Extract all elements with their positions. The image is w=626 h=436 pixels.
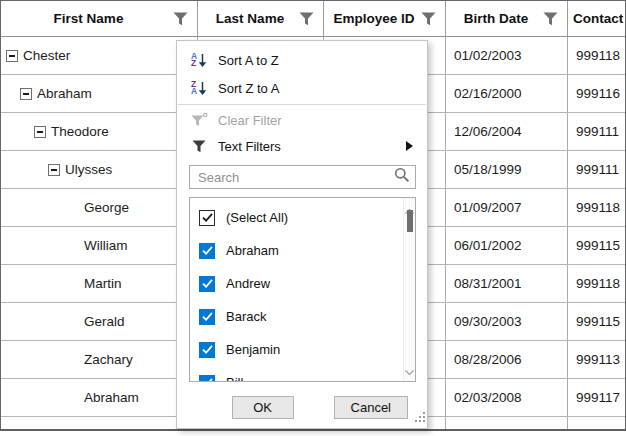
contact-cell[interactable]: 999113 [568, 341, 625, 378]
tree-indent [1, 169, 48, 170]
checkbox-label[interactable]: Benjamin [226, 342, 280, 357]
birth-date-cell[interactable]: 09/30/2003 [446, 303, 568, 340]
tree-indent [1, 131, 34, 132]
menu-item-clear-filter[interactable]: Clear Filter [177, 107, 427, 133]
contact-cell[interactable]: 999118 [568, 265, 625, 302]
first-name-cell[interactable]: Abraham [1, 379, 198, 416]
checkbox[interactable] [199, 243, 215, 259]
menu-item-label: Sort Z to A [218, 81, 279, 96]
contact-cell[interactable]: 999118 [568, 189, 625, 226]
checkbox-label[interactable]: Andrew [226, 276, 270, 291]
tree-indent [1, 245, 79, 246]
filter-list-item[interactable]: Andrew [190, 267, 415, 300]
filter-value-items: (Select All) Abraham Andrew Barack Benja… [190, 198, 415, 382]
cancel-button[interactable]: Cancel [334, 396, 408, 419]
filter-icon[interactable] [421, 12, 436, 26]
first-name-text: Gerald [84, 314, 125, 329]
first-name-cell[interactable]: Chester [1, 37, 198, 74]
collapse-icon[interactable] [6, 50, 18, 62]
search-input[interactable] [190, 170, 394, 185]
menu-item-label: Text Filters [218, 139, 281, 154]
birth-date-cell[interactable]: 06/01/2002 [446, 227, 568, 264]
list-scrollbar[interactable] [403, 198, 415, 381]
sort-a-to-z-icon: AZ [187, 53, 211, 68]
checkbox[interactable] [199, 375, 215, 383]
filter-list-item[interactable]: Abraham [190, 234, 415, 267]
checkbox[interactable] [199, 276, 215, 292]
menu-item-sort-z-to-a[interactable]: ZA Sort Z to A [177, 74, 427, 102]
column-header[interactable]: First Name [1, 1, 198, 36]
birth-date-cell[interactable]: 08/28/2006 [446, 341, 568, 378]
menu-item-sort-a-to-z[interactable]: AZ Sort A to Z [177, 46, 427, 74]
contact-cell[interactable]: 999118 [568, 37, 625, 74]
filter-icon[interactable] [299, 12, 314, 26]
column-header[interactable]: Birth Date [446, 1, 568, 36]
first-name-cell[interactable]: George [1, 189, 198, 226]
filter-list-item[interactable]: Bill [190, 366, 415, 382]
column-label: Last Name [203, 11, 297, 26]
contact-cell[interactable]: 999117 [568, 379, 625, 416]
checkbox-label[interactable]: Barack [226, 309, 266, 324]
search-icon [394, 167, 410, 187]
tree-indent [1, 321, 79, 322]
contact-cell[interactable]: 999111 [568, 151, 625, 188]
first-name-text: Theodore [51, 124, 109, 139]
menu-item-label: Sort A to Z [218, 53, 279, 68]
column-header[interactable]: Contact [568, 1, 625, 36]
birth-date-cell[interactable]: 01/09/2007 [446, 189, 568, 226]
first-name-cell[interactable]: Zachary [1, 341, 198, 378]
contact-cell[interactable]: 999115 [568, 227, 625, 264]
popup-button-row: OK Cancel [177, 396, 408, 419]
first-name-cell[interactable]: Gerald [1, 303, 198, 340]
filter-value-list: (Select All) Abraham Andrew Barack Benja… [189, 197, 416, 382]
first-name-cell[interactable]: Abraham [1, 75, 198, 112]
contact-cell[interactable]: 999111 [568, 113, 625, 150]
checkbox-label[interactable]: Bill [226, 375, 243, 382]
tree-indent [1, 93, 20, 94]
filter-icon[interactable] [543, 12, 558, 26]
birth-date-cell[interactable]: 02/16/2000 [446, 75, 568, 112]
filter-icon[interactable] [173, 12, 188, 26]
scroll-down-icon[interactable] [405, 361, 414, 379]
first-name-cell[interactable]: William [1, 227, 198, 264]
first-name-text: Abraham [84, 390, 139, 405]
birth-date-cell[interactable]: 05/18/1999 [446, 151, 568, 188]
filter-list-item[interactable]: (Select All) [190, 201, 415, 234]
collapse-icon[interactable] [48, 164, 60, 176]
first-name-text: George [84, 200, 129, 215]
birth-date-cell[interactable]: 02/03/2008 [446, 379, 568, 416]
filter-list-item[interactable]: Benjamin [190, 333, 415, 366]
column-label: Employee ID [329, 11, 419, 26]
checkbox-label[interactable]: (Select All) [226, 210, 288, 225]
column-header[interactable]: Last Name [198, 1, 324, 36]
filter-list-item[interactable]: Barack [190, 300, 415, 333]
collapse-icon[interactable] [34, 126, 46, 138]
checkbox[interactable] [199, 210, 215, 226]
menu-item-text-filters[interactable]: Text Filters [177, 133, 427, 159]
tree-indent [1, 207, 79, 208]
column-label: Contact [573, 11, 623, 26]
scrollbar-thumb[interactable] [407, 210, 413, 232]
column-header[interactable]: Employee ID [324, 1, 446, 36]
birth-date-cell[interactable]: 08/31/2001 [446, 265, 568, 302]
tree-indent [1, 359, 79, 360]
first-name-cell[interactable]: Martin [1, 265, 198, 302]
checkbox[interactable] [199, 342, 215, 358]
checkbox[interactable] [199, 309, 215, 325]
first-name-cell[interactable]: Theodore [1, 113, 198, 150]
ok-button[interactable]: OK [232, 396, 294, 419]
search-box [189, 165, 416, 189]
checkbox-label[interactable]: Abraham [226, 243, 279, 258]
birth-date-cell[interactable]: 12/06/2004 [446, 113, 568, 150]
contact-cell[interactable]: 999116 [568, 75, 625, 112]
resize-grip[interactable] [415, 408, 425, 426]
first-name-text: Abraham [37, 86, 92, 101]
first-name-text: Zachary [84, 352, 133, 367]
birth-date-cell[interactable]: 01/02/2003 [446, 37, 568, 74]
collapse-icon[interactable] [20, 88, 32, 100]
contact-cell[interactable]: 999115 [568, 303, 625, 340]
first-name-cell[interactable]: Ulysses [1, 151, 198, 188]
filter-popup: AZ Sort A to Z ZA Sort Z to A Clear Filt… [176, 40, 428, 429]
first-name-text: Ulysses [65, 162, 112, 177]
column-label: First Name [6, 11, 171, 26]
